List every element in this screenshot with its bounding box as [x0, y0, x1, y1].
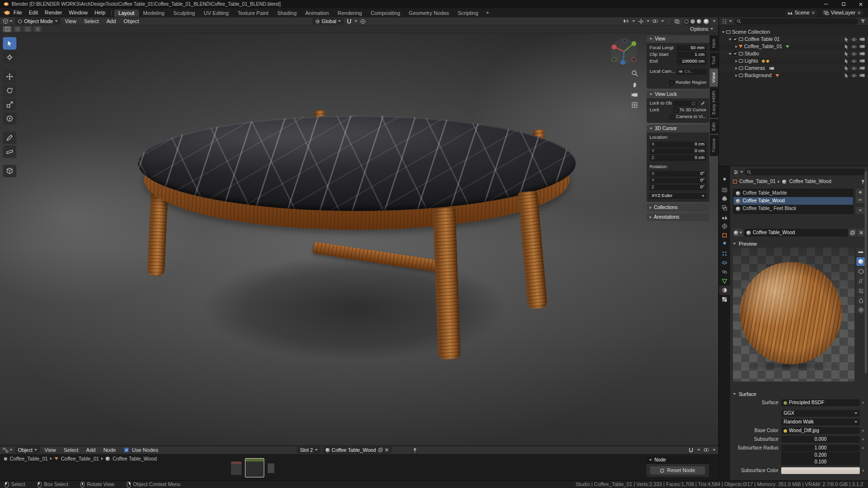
gizmos-toggle-button[interactable]: [637, 18, 645, 25]
hide-eye-icon[interactable]: [851, 38, 857, 41]
preview-type-hair-button[interactable]: [856, 277, 865, 285]
tab-world[interactable]: [719, 222, 730, 231]
outliner-row-studio[interactable]: Studio: [719, 50, 868, 57]
selectable-icon[interactable]: [844, 44, 849, 49]
outliner-row-coffee-table-collection[interactable]: Coffee Table 01: [719, 36, 868, 43]
tab-tool[interactable]: [719, 176, 730, 185]
hide-eye-icon[interactable]: [851, 59, 857, 63]
tool-rotate[interactable]: [3, 84, 16, 97]
animate-dot[interactable]: [862, 402, 864, 404]
disable-render-camera-icon[interactable]: [859, 44, 865, 49]
cursor-rotation-z-field[interactable]: Z0°: [650, 185, 706, 190]
viewport-pan-button[interactable]: [629, 79, 640, 90]
coffee-table-object[interactable]: [0, 33, 718, 446]
tool-add-cube[interactable]: [3, 165, 16, 177]
slot-specials-menu-button[interactable]: [856, 207, 865, 214]
annotations-panel-header[interactable]: Annotations: [647, 213, 709, 221]
outliner-row-scene-collection[interactable]: Scene Collection: [719, 28, 868, 36]
rendered-shading-button[interactable]: [703, 18, 709, 25]
tool-move[interactable]: [3, 70, 16, 83]
workspace-tab-shading[interactable]: Shading: [273, 10, 301, 17]
node-thumbnail[interactable]: [231, 461, 242, 475]
cursor-location-z-field[interactable]: Z0 cm: [650, 155, 706, 161]
tab-scene[interactable]: [719, 212, 730, 222]
tool-select-box[interactable]: [3, 37, 16, 50]
focal-length-field[interactable]: 50 mm: [677, 45, 706, 51]
tab-material[interactable]: [719, 286, 730, 295]
editor-type-shader-icon[interactable]: [2, 448, 9, 453]
workspace-tab-sculpting[interactable]: Sculpting: [169, 10, 199, 17]
n-tab-easy-hdri[interactable]: Easy HDRI: [710, 87, 718, 118]
shader-menu-select[interactable]: Select: [60, 447, 82, 453]
editor-type-3d-viewport-icon[interactable]: [2, 18, 9, 24]
overlays-toggle-button[interactable]: [651, 18, 659, 25]
n-tab-tool[interactable]: Tool: [710, 53, 718, 68]
use-nodes-checkbox[interactable]: [124, 448, 129, 452]
scene-selector[interactable]: Scene: [785, 9, 817, 16]
outliner-display-mode-icon[interactable]: [721, 19, 727, 24]
n-tab-view[interactable]: View: [710, 69, 718, 86]
properties-search-input[interactable]: [745, 169, 865, 175]
tool-measure[interactable]: [3, 145, 16, 158]
path-mesh[interactable]: Coffee_Table_01: [61, 456, 99, 462]
breadcrumb-material[interactable]: Coffee Table_Wood: [789, 179, 831, 185]
hide-eye-icon[interactable]: [851, 74, 857, 78]
reset-node-button[interactable]: Reset Node: [650, 466, 705, 475]
render-region-checkbox[interactable]: [669, 80, 674, 85]
chevron-right-icon[interactable]: [735, 60, 737, 63]
tab-texture[interactable]: [719, 295, 730, 304]
collections-panel-header[interactable]: Collections: [647, 204, 709, 211]
tool-cursor[interactable]: [3, 51, 16, 64]
hide-eye-icon[interactable]: [851, 52, 857, 56]
material-slot-marble[interactable]: Coffee Table_Marble: [733, 189, 853, 197]
animate-dot[interactable]: [862, 447, 864, 449]
slot-dropdown[interactable]: Slot 2: [297, 447, 321, 453]
subsurface-radius-y-field[interactable]: 0.200: [781, 452, 860, 459]
chevron-down-icon[interactable]: [661, 20, 664, 22]
clip-end-field[interactable]: 100000 cm: [677, 59, 706, 65]
add-slot-button[interactable]: [856, 189, 865, 196]
disable-render-camera-icon[interactable]: [859, 66, 865, 70]
selectable-icon[interactable]: [844, 66, 849, 71]
hide-eye-icon[interactable]: [851, 66, 857, 70]
menu-file[interactable]: File: [10, 10, 26, 16]
snap-toggle-button[interactable]: [345, 18, 353, 25]
cursor-rotation-y-field[interactable]: Y0°: [650, 178, 706, 184]
collection-checkbox[interactable]: [733, 37, 737, 41]
shader-type-dropdown[interactable]: Object: [15, 447, 40, 453]
viewport-menu-select[interactable]: Select: [81, 18, 102, 25]
workspace-tab-animation[interactable]: Animation: [301, 10, 333, 17]
unlink-view-layer-icon[interactable]: [857, 11, 861, 14]
chevron-down-icon[interactable]: [354, 20, 357, 22]
viewport-ortho-toggle-button[interactable]: [629, 100, 640, 110]
chevron-down-icon[interactable]: [729, 20, 732, 22]
select-mode-extend-button[interactable]: [13, 26, 22, 32]
workspace-tab-compositing[interactable]: Compositing: [366, 10, 405, 17]
subsurface-radius-x-field[interactable]: 1.000: [781, 445, 860, 451]
workspace-tab-modeling[interactable]: Modeling: [139, 10, 169, 17]
surface-section-header[interactable]: Surface: [730, 391, 868, 397]
viewport-menu-object[interactable]: Object: [120, 18, 142, 25]
unlink-material-button[interactable]: [857, 229, 865, 237]
close-icon[interactable]: [385, 448, 389, 452]
app-menu-blender-icon[interactable]: [3, 10, 10, 15]
view-panel-header[interactable]: View: [647, 35, 709, 43]
viewport-menu-view[interactable]: View: [62, 18, 80, 25]
workspace-tab-texture-paint[interactable]: Texture Paint: [233, 10, 272, 17]
select-mode-subtract-button[interactable]: [23, 26, 32, 32]
filter-icon[interactable]: [860, 19, 866, 24]
chevron-down-icon[interactable]: [713, 20, 716, 22]
to-3d-cursor-checkbox[interactable]: [673, 108, 678, 113]
workspace-tab-geometry-nodes[interactable]: Geometry Nodes: [405, 10, 453, 17]
outliner-row-coffee-table-object[interactable]: Coffee_Table_01: [719, 43, 868, 50]
subsurface-radius-z-field[interactable]: 0.100: [781, 459, 860, 465]
shader-menu-add[interactable]: Add: [83, 447, 99, 453]
tool-annotate[interactable]: [3, 132, 16, 144]
tool-transform[interactable]: [3, 112, 16, 125]
path-object[interactable]: Coffee_Table_01: [10, 456, 48, 462]
tab-particles[interactable]: [719, 249, 730, 258]
local-camera-field[interactable]: Ca...: [677, 69, 706, 75]
view-layer-selector[interactable]: ViewLayer: [821, 9, 863, 16]
shader-menu-view[interactable]: View: [41, 447, 59, 453]
preview-type-flat-button[interactable]: [856, 248, 865, 256]
